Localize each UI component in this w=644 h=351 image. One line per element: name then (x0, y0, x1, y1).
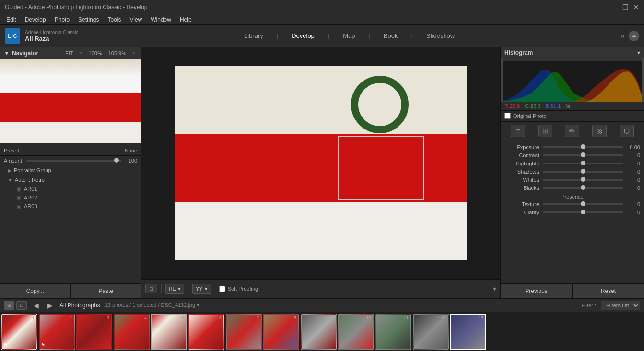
grid-view-button[interactable]: ⊞ (4, 301, 14, 310)
previous-button[interactable]: Previous (501, 284, 573, 298)
re-label: RE (169, 286, 176, 292)
preset-label: Preset (4, 148, 19, 153)
tone-curve-icon[interactable]: ⊞ (538, 125, 552, 137)
clarity-label: Clarity (504, 210, 543, 215)
zoom-105-button[interactable]: 105.9% (106, 50, 128, 57)
minimize-button[interactable]: — (611, 3, 618, 11)
zoom-100-button[interactable]: 100% (87, 50, 104, 57)
fit-button[interactable]: FIT (63, 50, 75, 57)
filmstrip-next-button[interactable]: ▶ (46, 301, 55, 310)
image-view[interactable] (141, 47, 500, 279)
toolbar-sep1 (161, 284, 162, 293)
thumb-number: 11 (404, 316, 409, 320)
nav-develop[interactable]: Develop (285, 29, 321, 42)
window-title: Guided - Adobe Photoshop Lightroom Class… (5, 4, 148, 11)
nav-divider2: | (321, 29, 336, 42)
contrast-slider[interactable] (543, 154, 623, 156)
tool-icons: ≡ ⊞ ✏ ◎ ⬡ (501, 122, 644, 140)
soft-proofing-checkbox[interactable] (219, 286, 225, 292)
filmstrip-thumbnail[interactable]: 13 (450, 314, 486, 350)
filmstrip-prev-button[interactable]: ◀ (32, 301, 41, 310)
filmstrip-photos: 1⚑2⚑345678910111213 (0, 312, 644, 351)
close-button[interactable]: ✕ (633, 3, 639, 11)
menu-edit[interactable]: Edit (2, 15, 20, 24)
group-name2: Auto+: Retro (15, 177, 45, 183)
contrast-label: Contrast (504, 152, 543, 158)
filter-dropdown[interactable]: Filters Off (601, 301, 640, 310)
highlights-slider[interactable] (543, 163, 623, 164)
filmstrip-thumbnail[interactable]: 8 (263, 314, 299, 350)
view-normal-button[interactable]: □ (145, 284, 157, 293)
nav-book[interactable]: Book (377, 29, 405, 42)
menu-settings[interactable]: Settings (74, 15, 103, 24)
filmstrip-thumbnail[interactable]: 9 (301, 314, 337, 350)
highlights-value: 0 (623, 161, 640, 166)
copy-button[interactable]: Copy... (0, 284, 71, 298)
blacks-value: 0 (623, 185, 640, 191)
menu-view[interactable]: View (126, 15, 146, 24)
filmstrip-thumbnail[interactable]: 12 (413, 314, 449, 350)
navigator-preview[interactable] (0, 59, 141, 143)
nav-library[interactable]: Library (237, 29, 270, 42)
histogram-collapse-arrow[interactable]: ▾ (637, 49, 640, 56)
whites-row: Whites 0 (504, 177, 640, 183)
exposure-slider[interactable] (543, 146, 623, 148)
loupe-view-button[interactable]: □ (16, 301, 27, 310)
preset-item-ar03[interactable]: ▣ AR03 (0, 202, 141, 211)
filmstrip: ⊞ □ ◀ ▶ All Photographs 13 photos / 1 se… (0, 298, 644, 351)
paste-button[interactable]: Paste (71, 284, 141, 298)
photo-wreath (351, 76, 409, 133)
preset-item-ar02[interactable]: ▣ AR02 (0, 193, 141, 202)
yy-dropdown[interactable]: YY ▾ (192, 284, 211, 294)
re-dropdown[interactable]: RE ▾ (165, 284, 184, 294)
soft-proofing-label[interactable]: Soft Proofing (219, 286, 258, 292)
amount-slider[interactable] (26, 160, 121, 162)
preset-group-auto-header[interactable]: ▼ Auto+: Retro (0, 175, 141, 185)
maximize-button[interactable]: ❐ (622, 3, 629, 11)
filmstrip-thumbnail[interactable]: 5 (151, 314, 187, 350)
preset-group-portraits-header[interactable]: ▶ Portraits: Group (0, 165, 141, 175)
presence-label: Presence (504, 194, 640, 199)
menu-window[interactable]: Window (147, 15, 175, 24)
clarity-slider[interactable] (543, 211, 623, 213)
main-nav: Library | Develop | Map | Book | Slidesh… (237, 29, 461, 42)
navigator-collapse-arrow[interactable]: ▼ (4, 50, 10, 57)
filmstrip-thumbnail[interactable]: 6 (188, 314, 224, 350)
r-value: R 29.8 (504, 103, 520, 109)
thumb-flag: ⚑ (3, 342, 8, 348)
hsl-icon[interactable]: ✏ (565, 125, 579, 137)
reset-button[interactable]: Reset (573, 284, 644, 298)
menu-develop[interactable]: Develop (21, 15, 50, 24)
toolbar-more-icon[interactable]: ▾ (493, 285, 496, 292)
nav-map[interactable]: Map (336, 29, 362, 42)
amount-value: 100 (125, 158, 137, 164)
header-left: LrC Adobe Lightroom Classic Ali Raza (5, 28, 78, 44)
menu-photo[interactable]: Photo (51, 15, 73, 24)
detail-icon[interactable]: ⬡ (620, 125, 634, 137)
texture-slider[interactable] (543, 203, 623, 205)
filmstrip-thumbnail[interactable]: 3 (76, 314, 112, 350)
right-panel: Histogram ▾ (500, 47, 644, 298)
exposure-value: 0.00 (623, 144, 640, 150)
menu-help[interactable]: Help (176, 15, 196, 24)
filmstrip-thumbnail[interactable]: 1⚑ (1, 314, 37, 350)
presets-area: Preset None Amount 100 ▶ Portraits: Grou… (0, 143, 141, 283)
filmstrip-thumbnail[interactable]: 2⚑ (39, 314, 75, 350)
filmstrip-thumbnail[interactable]: 11 (375, 314, 411, 350)
original-photo-checkbox[interactable] (504, 113, 511, 119)
split-toning-icon[interactable]: ◎ (592, 125, 607, 137)
nav-slideshow[interactable]: Slideshow (420, 29, 461, 42)
filmstrip-thumbnail[interactable]: 4 (114, 314, 150, 350)
whites-slider[interactable] (543, 179, 623, 181)
filename-arrow[interactable]: ▾ (197, 302, 199, 308)
blacks-slider[interactable] (543, 187, 623, 189)
filmstrip-thumbnail[interactable]: 10 (338, 314, 374, 350)
collection-name: All Photographs (59, 302, 100, 309)
cloud-icon: ☁ (629, 31, 639, 41)
shadows-slider[interactable] (543, 171, 623, 173)
basic-adjustments-icon[interactable]: ≡ (511, 125, 525, 137)
menu-tools[interactable]: Tools (104, 15, 125, 24)
nav-more-button[interactable]: » (621, 32, 625, 40)
preset-item-ar01[interactable]: ▣ AR01 (0, 185, 141, 193)
filmstrip-thumbnail[interactable]: 7 (226, 314, 262, 350)
